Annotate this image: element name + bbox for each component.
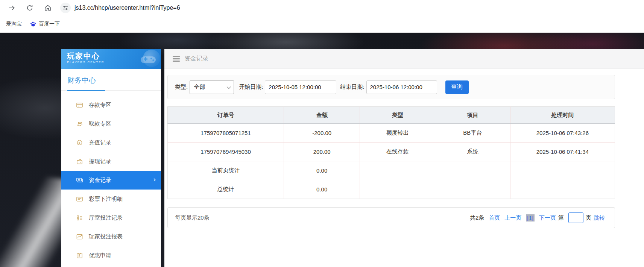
money-bag-icon: ¥ [76, 139, 83, 146]
forward-icon[interactable] [5, 2, 18, 14]
wallet-icon [76, 158, 83, 165]
table-header-row: 订单号 金额 类型 项目 处理时间 [168, 107, 615, 124]
ticket-list-icon [76, 195, 83, 203]
col-type: 类型 [360, 107, 435, 124]
sidebar-item-promo-application[interactable]: ¥ 优惠申请 [61, 246, 161, 265]
pagination-controls: 共2条 首页 上一页 [1] 下一页 第 页 跳转 [470, 212, 605, 223]
coupon-icon: ¥ [76, 252, 83, 259]
cell-summary-label: 总统计 [168, 180, 284, 199]
sidebar-item-label: 取款专区 [89, 120, 111, 127]
sidebar-item-recharge-records[interactable]: ¥ 充值记录 [61, 133, 161, 152]
sidebar-item-label: 提现记录 [89, 158, 111, 165]
sidebar-item-label: 存款专区 [89, 102, 111, 109]
cell-type: 额度转出 [360, 124, 435, 143]
start-date-input[interactable] [265, 80, 336, 94]
jump-prefix-text: 第 [558, 214, 564, 221]
site-settings-icon[interactable] [60, 3, 71, 13]
cell-process-time: 2025-10-06 07:43:26 [510, 124, 615, 143]
table-row-page-summary: 当前页统计 0.00 [168, 161, 615, 180]
table-row: 1759707805071251 -200.00 额度转出 BB平台 2025-… [168, 124, 615, 143]
type-label: 类型: [175, 83, 188, 91]
banknotes-icon [76, 176, 83, 184]
cell-project: BB平台 [435, 124, 510, 143]
bookmarks-bar: 爱淘宝 百度一下 [0, 15, 644, 33]
sidebar-item-deposit-zone[interactable]: 存款专区 [61, 96, 161, 114]
cell-order-id: 1759707694945030 [168, 143, 284, 161]
cell-empty [435, 180, 510, 199]
browser-toolbar: js13.cc/hhcp/usercenter.html?iniType=6 [0, 0, 644, 15]
main-header: 资金记录 [164, 49, 644, 69]
col-project: 项目 [435, 107, 510, 124]
cell-amount: -200.00 [284, 124, 360, 143]
first-page-link[interactable]: 首页 [489, 214, 500, 221]
end-date-label: 结束日期: [340, 83, 364, 91]
cell-amount: 200.00 [284, 143, 360, 161]
hall-list-icon [76, 214, 83, 221]
prev-page-link[interactable]: 上一页 [504, 214, 521, 221]
end-date-input[interactable] [366, 80, 437, 94]
jump-suffix-text: 页 [586, 214, 591, 221]
url-text[interactable]: js13.cc/hhcp/usercenter.html?iniType=6 [74, 5, 180, 11]
sidebar-item-withdraw-zone[interactable]: 取款专区 [61, 114, 161, 133]
sidebar-item-withdrawal-records[interactable]: 提现记录 [61, 152, 161, 171]
table-row-total-summary: 总统计 0.00 [168, 180, 615, 199]
jump-page-input[interactable] [568, 212, 583, 223]
jump-button[interactable]: 跳转 [594, 214, 605, 221]
sidebar-item-label: 厅室投注记录 [89, 214, 123, 221]
cell-type: 在线存款 [360, 143, 435, 161]
sidebar-section-title: 财务中心 [61, 69, 161, 91]
current-page-indicator: [1] [526, 214, 535, 221]
total-count-text: 共2条 [470, 214, 484, 221]
cell-empty [435, 161, 510, 180]
sidebar-item-label: 玩家投注报表 [89, 233, 123, 240]
sidebar-item-lottery-bet-details[interactable]: 彩票下注明细 [61, 190, 161, 208]
home-icon[interactable] [41, 2, 54, 14]
type-select-value: 全部 [194, 83, 205, 91]
type-select[interactable]: 全部 [190, 80, 234, 94]
page-title: 资金记录 [184, 55, 208, 63]
sidebar-item-hall-bet-records[interactable]: 厅室投注记录 [61, 208, 161, 227]
hamburger-menu-icon[interactable] [173, 56, 180, 62]
search-button[interactable]: 查询 [445, 80, 469, 94]
cell-empty [510, 180, 615, 199]
svg-text:¥: ¥ [78, 141, 80, 144]
withdraw-hand-icon [76, 120, 83, 127]
bookmark-baidu[interactable]: 百度一下 [28, 19, 62, 29]
sidebar-item-player-bet-report[interactable]: 玩家投注报表 [61, 227, 161, 246]
sidebar-header: 玩家中心 PLAYERS CENTER [61, 49, 161, 69]
baidu-paw-icon [30, 21, 36, 27]
bookmark-label: 爱淘宝 [6, 21, 22, 27]
chevron-down-icon [227, 84, 231, 88]
report-chart-icon [76, 233, 83, 240]
table-row: 1759707694945030 200.00 在线存款 系统 2025-10-… [168, 143, 615, 161]
sidebar-item-label: 充值记录 [89, 139, 111, 146]
start-date-label: 开始日期: [239, 83, 263, 91]
pagination-bar: 每页显示20条 共2条 首页 上一页 [1] 下一页 第 页 跳转 [167, 207, 615, 228]
sidebar: 玩家中心 PLAYERS CENTER 财务中心 存款专区 [61, 49, 161, 267]
sidebar-item-label: 资金记录 [89, 177, 111, 184]
reload-icon[interactable] [23, 2, 36, 14]
sidebar-item-funds-records[interactable]: 资金记录 [61, 171, 161, 190]
main-panel: 资金记录 类型: 全部 开始日期: 结束日期: 查询 订单号 金额 类型 项目 … [164, 49, 644, 267]
funds-table: 订单号 金额 类型 项目 处理时间 1759707805071251 -200.… [167, 106, 615, 199]
cell-empty [510, 161, 615, 180]
cell-empty [360, 161, 435, 180]
cell-order-id: 1759707805071251 [168, 124, 284, 143]
gamepad-icon [139, 50, 157, 68]
sidebar-menu: 存款专区 取款专区 ¥ 充值记录 提现记录 [61, 91, 161, 265]
next-page-link[interactable]: 下一页 [539, 214, 556, 221]
address-bar[interactable]: js13.cc/hhcp/usercenter.html?iniType=6 [60, 2, 180, 14]
cell-summary-label: 当前页统计 [168, 161, 284, 180]
filter-bar: 类型: 全部 开始日期: 结束日期: 查询 [167, 75, 615, 99]
deposit-card-icon [76, 101, 83, 109]
col-process-time: 处理时间 [510, 107, 615, 124]
bookmark-aitaobao[interactable]: 爱淘宝 [4, 19, 24, 29]
cell-project: 系统 [435, 143, 510, 161]
cell-amount: 0.00 [284, 180, 360, 199]
col-amount: 金额 [284, 107, 360, 124]
chevron-right-icon [153, 175, 156, 184]
cell-process-time: 2025-10-06 07:41:34 [510, 143, 615, 161]
sidebar-item-label: 彩票下注明细 [89, 196, 123, 203]
cell-amount: 0.00 [284, 161, 360, 180]
sidebar-item-label: 优惠申请 [89, 252, 111, 259]
